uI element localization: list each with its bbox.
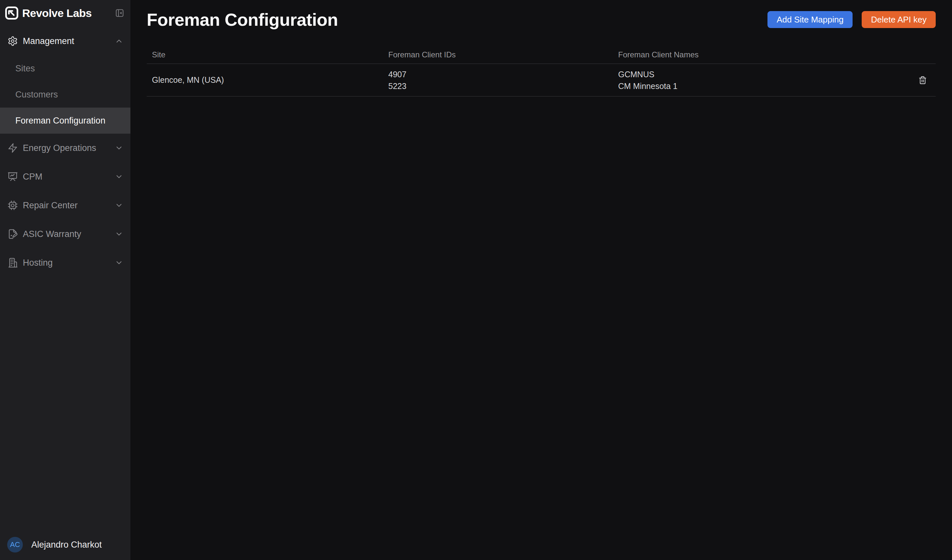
main-content: Foreman Configuration Add Site Mapping D…	[130, 0, 952, 560]
sidebar-nav: Management Sites Customers Foreman Confi…	[0, 27, 130, 529]
add-site-mapping-button[interactable]: Add Site Mapping	[768, 11, 853, 28]
revolve-labs-logo-icon	[5, 6, 18, 20]
sidebar-item-label: Repair Center	[23, 201, 115, 211]
client-id: 5223	[388, 80, 613, 92]
panel-collapse-icon[interactable]	[115, 8, 125, 18]
client-name: CM Minnesota 1	[618, 80, 910, 92]
sidebar-item-management[interactable]: Management	[0, 27, 130, 56]
chevron-down-icon	[115, 230, 123, 238]
building-icon	[7, 257, 18, 268]
header-actions: Add Site Mapping Delete API key	[768, 11, 936, 28]
page-header: Foreman Configuration Add Site Mapping D…	[147, 9, 936, 30]
sidebar-item-label: ASIC Warranty	[23, 229, 115, 239]
sidebar-item-label: Management	[23, 36, 115, 46]
sidebar-item-asic-warranty[interactable]: ASIC Warranty	[0, 220, 130, 248]
foreman-mapping-table: Site Foreman Client IDs Foreman Client N…	[147, 46, 936, 97]
sidebar-item-cpm[interactable]: CPM	[0, 162, 130, 191]
sidebar-item-repair-center[interactable]: Repair Center	[0, 191, 130, 220]
chevron-down-icon	[115, 144, 123, 152]
column-header-client-ids: Foreman Client IDs	[383, 50, 613, 59]
sidebar: Revolve Labs Management	[0, 0, 130, 560]
gear-icon	[7, 35, 18, 46]
chevron-down-icon	[115, 201, 123, 210]
page-title: Foreman Configuration	[147, 9, 338, 30]
delete-row-button[interactable]	[916, 74, 929, 87]
sidebar-item-foreman-configuration[interactable]: Foreman Configuration	[0, 108, 130, 134]
client-ids-cell: 4907 5223	[383, 68, 613, 92]
chevron-down-icon	[115, 259, 123, 267]
trash-icon	[918, 76, 927, 85]
table-header-row: Site Foreman Client IDs Foreman Client N…	[147, 46, 936, 64]
client-names-cell: GCMNUS CM Minnesota 1	[613, 68, 910, 92]
sidebar-item-hosting[interactable]: Hosting	[0, 248, 130, 277]
column-header-site: Site	[147, 50, 383, 59]
sidebar-item-energy-operations[interactable]: Energy Operations	[0, 134, 130, 162]
sidebar-item-label: Energy Operations	[23, 143, 115, 153]
client-id: 4907	[388, 68, 613, 80]
delete-api-key-button[interactable]: Delete API key	[862, 11, 936, 28]
table-row: Glencoe, MN (USA) 4907 5223 GCMNUS CM Mi…	[147, 64, 936, 97]
chevron-up-icon	[115, 37, 123, 45]
site-cell: Glencoe, MN (USA)	[147, 75, 383, 85]
sidebar-item-label: Hosting	[23, 258, 115, 268]
brand-row: Revolve Labs	[0, 0, 130, 27]
user-name: Alejandro Charkot	[31, 540, 102, 550]
app-root: Revolve Labs Management	[0, 0, 952, 560]
brand-name: Revolve Labs	[22, 7, 115, 20]
cpu-icon	[7, 200, 18, 211]
row-actions-cell	[910, 74, 936, 87]
column-header-client-names: Foreman Client Names	[613, 50, 910, 59]
presentation-chart-icon	[7, 171, 18, 182]
user-menu[interactable]: AC Alejandro Charkot	[0, 529, 130, 560]
file-pen-icon	[7, 228, 18, 239]
zap-icon	[7, 142, 18, 154]
chevron-down-icon	[115, 173, 123, 181]
sidebar-item-customers[interactable]: Customers	[0, 82, 130, 108]
sidebar-item-label: CPM	[23, 172, 115, 182]
sidebar-item-sites[interactable]: Sites	[0, 56, 130, 82]
client-name: GCMNUS	[618, 68, 910, 80]
avatar: AC	[7, 537, 23, 552]
